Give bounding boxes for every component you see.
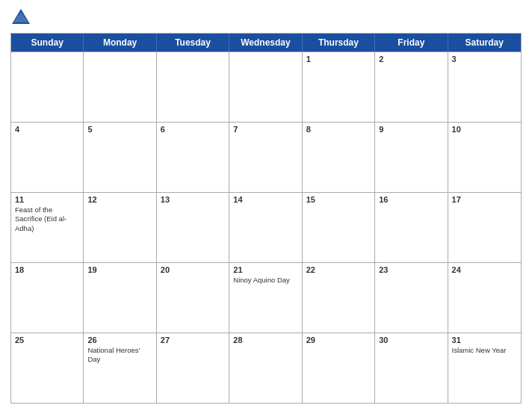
calendar-cell: 1 — [303, 52, 375, 122]
calendar: SundayMondayTuesdayWednesdayThursdayFrid… — [10, 33, 522, 404]
header-cell-saturday: Saturday — [448, 34, 521, 52]
day-number: 5 — [87, 125, 152, 134]
header-cell-friday: Friday — [375, 34, 448, 52]
day-number: 14 — [233, 195, 297, 204]
calendar-cell: 2 — [375, 52, 448, 122]
day-number: 7 — [233, 125, 297, 134]
day-number: 28 — [233, 336, 297, 344]
calendar-header-row: SundayMondayTuesdayWednesdayThursdayFrid… — [11, 34, 521, 52]
day-number: 1 — [306, 55, 371, 64]
calendar-week-2: 45678910 — [11, 122, 521, 192]
day-number: 19 — [87, 265, 152, 274]
calendar-cell: 5 — [84, 123, 156, 192]
calendar-cell: 12 — [84, 193, 156, 262]
calendar-week-4: 18192021Ninoy Aquino Day222324 — [11, 262, 521, 333]
logo — [10, 7, 34, 28]
calendar-cell: 6 — [157, 123, 229, 192]
header-cell-thursday: Thursday — [303, 34, 375, 52]
header-cell-sunday: Sunday — [11, 34, 84, 52]
calendar-cell — [157, 52, 229, 122]
calendar-cell: 18 — [11, 263, 84, 333]
calendar-cell: 4 — [11, 123, 84, 192]
day-number: 21 — [233, 265, 297, 274]
header-cell-monday: Monday — [84, 34, 156, 52]
day-number: 22 — [306, 265, 371, 274]
day-number: 11 — [15, 195, 79, 204]
calendar-cell: 10 — [448, 123, 521, 192]
calendar-cell: 11Feast of the Sacrifice (Eid al-Adha) — [11, 193, 84, 262]
day-number: 25 — [15, 336, 79, 344]
calendar-cell: 27 — [157, 333, 229, 403]
calendar-cell: 3 — [448, 52, 521, 122]
calendar-cell: 25 — [11, 333, 84, 403]
calendar-cell: 23 — [375, 263, 448, 333]
calendar-cell: 13 — [157, 193, 229, 262]
calendar-cell: 9 — [375, 123, 448, 192]
calendar-cell: 16 — [375, 193, 448, 262]
day-number: 6 — [161, 125, 225, 134]
calendar-cell: 24 — [448, 263, 521, 333]
header-cell-wednesday: Wednesday — [229, 34, 302, 52]
calendar-cell: 30 — [375, 333, 448, 403]
calendar-cell: 14 — [229, 193, 302, 262]
calendar-cell: 22 — [303, 263, 375, 333]
calendar-week-1: 123 — [11, 52, 521, 122]
calendar-cell: 17 — [448, 193, 521, 262]
day-number: 13 — [161, 195, 225, 204]
calendar-cell: 7 — [229, 123, 302, 192]
day-number: 4 — [15, 125, 79, 134]
svg-marker-1 — [13, 12, 28, 22]
calendar-cell: 20 — [157, 263, 229, 333]
day-number: 24 — [452, 265, 517, 274]
day-number: 3 — [452, 55, 517, 64]
day-number: 12 — [87, 195, 152, 204]
day-number: 15 — [306, 195, 371, 204]
logo-icon — [10, 7, 31, 28]
day-number: 31 — [452, 336, 517, 344]
header — [10, 7, 522, 28]
calendar-body: 1234567891011Feast of the Sacrifice (Eid… — [11, 52, 521, 403]
calendar-cell: 28 — [229, 333, 302, 403]
calendar-cell: 21Ninoy Aquino Day — [229, 263, 302, 333]
day-number: 9 — [379, 125, 443, 134]
day-number: 17 — [452, 195, 517, 204]
event-label: National Heroes' Day — [87, 346, 152, 365]
day-number: 30 — [379, 336, 443, 344]
calendar-week-3: 11Feast of the Sacrifice (Eid al-Adha)12… — [11, 192, 521, 262]
calendar-cell: 26National Heroes' Day — [84, 333, 156, 403]
header-cell-tuesday: Tuesday — [157, 34, 229, 52]
calendar-cell — [11, 52, 84, 122]
event-label: Feast of the Sacrifice (Eid al-Adha) — [15, 206, 79, 233]
day-number: 16 — [379, 195, 443, 204]
event-label: Ninoy Aquino Day — [233, 276, 297, 285]
page: SundayMondayTuesdayWednesdayThursdayFrid… — [0, 0, 532, 411]
day-number: 27 — [161, 336, 225, 344]
calendar-cell — [84, 52, 156, 122]
day-number: 23 — [379, 265, 443, 274]
calendar-week-5: 2526National Heroes' Day2728293031Islami… — [11, 333, 521, 403]
day-number: 8 — [306, 125, 371, 134]
day-number: 2 — [379, 55, 443, 64]
day-number: 10 — [452, 125, 517, 134]
day-number: 26 — [87, 336, 152, 344]
calendar-cell: 19 — [84, 263, 156, 333]
calendar-cell: 8 — [303, 123, 375, 192]
day-number: 20 — [161, 265, 225, 274]
day-number: 29 — [306, 336, 371, 344]
event-label: Islamic New Year — [452, 346, 517, 355]
calendar-cell: 31Islamic New Year — [448, 333, 521, 403]
calendar-cell — [229, 52, 302, 122]
calendar-cell: 15 — [303, 193, 375, 262]
day-number: 18 — [15, 265, 79, 274]
calendar-cell: 29 — [303, 333, 375, 403]
